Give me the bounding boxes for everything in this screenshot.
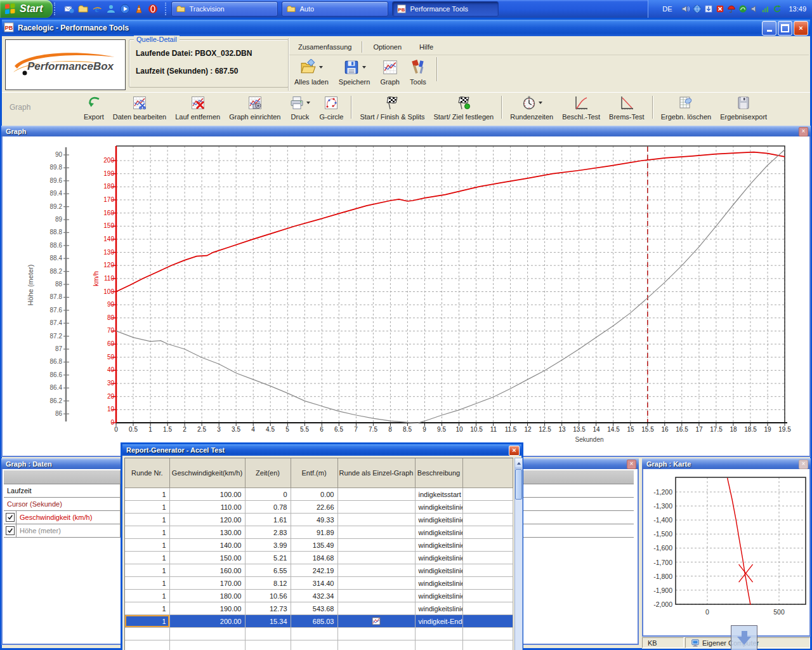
task-button[interactable]: Auto xyxy=(282,1,388,17)
start-ziel-festlegen-button[interactable]: Start/ Ziel festlegen xyxy=(429,94,498,121)
scrollbar-thumb[interactable] xyxy=(515,469,522,500)
graph-plot-area[interactable]: Höhe (meter) km/h Sekunden 8686.286.486.… xyxy=(1,136,811,457)
report-row[interactable]: 1170.008.12314.40windigkeitslinie xyxy=(125,577,513,590)
opera-icon[interactable] xyxy=(148,4,158,14)
internet-explorer-icon[interactable]: e xyxy=(92,4,102,14)
chevron-down-icon[interactable] xyxy=(362,66,366,69)
report-column-header[interactable] xyxy=(462,458,513,488)
report-row[interactable]: 1120.001.6149.33windigkeitslinie xyxy=(125,514,513,526)
signal-icon[interactable] xyxy=(761,4,770,13)
daten-panel-close-icon[interactable]: × xyxy=(627,460,636,469)
report-row[interactable]: 1190.0012.73543.68windigkeitslinie xyxy=(125,602,513,615)
report-row[interactable]: 1150.005.21184.68windigkeitslinie xyxy=(125,552,513,564)
report-column-header[interactable]: Geschwindigkeit(km/h) xyxy=(169,458,245,488)
report-column-header[interactable]: Runde Nr. xyxy=(125,458,169,488)
report-row[interactable]: 1200.0015.34685.03vindigkeit-Ende xyxy=(125,615,513,628)
map-y-tick-label: -1,400 xyxy=(645,516,672,524)
scrollbar-up-icon[interactable] xyxy=(515,458,522,468)
minimize-button[interactable] xyxy=(762,21,776,36)
menu-item-hilfe[interactable]: Hilfe xyxy=(410,41,442,53)
chevron-down-icon[interactable] xyxy=(306,102,310,104)
current-file-label: Laufende Datei: PBOX_032.DBN xyxy=(136,49,252,58)
network-globe-icon[interactable] xyxy=(693,4,702,13)
speed-tick-label: 150 xyxy=(93,222,114,230)
speichern-button[interactable]: Speichern xyxy=(334,57,376,87)
menu-item-zusamenfassung[interactable]: Zusamenfassung xyxy=(289,41,360,53)
folder-icon[interactable] xyxy=(78,4,88,14)
volume-icon[interactable] xyxy=(681,4,690,13)
report-column-header[interactable]: Runde als Einzel-Graph xyxy=(337,458,415,488)
graph-button[interactable]: Graph xyxy=(375,57,405,87)
einzel-graph-icon[interactable] xyxy=(372,617,381,626)
altitude-tick-label: 86.8 xyxy=(37,358,62,366)
tools-button[interactable]: Tools xyxy=(405,57,431,87)
report-dialog-titlebar[interactable]: Report-Generator - Accel Test × xyxy=(122,444,521,456)
speaker-icon[interactable] xyxy=(750,4,759,13)
druck-button[interactable]: Druck xyxy=(285,94,315,121)
brems-test-button[interactable]: Brems-Test xyxy=(605,94,649,121)
altitude-tick-label: 87.4 xyxy=(37,319,62,327)
language-indicator[interactable]: DE xyxy=(656,5,678,13)
map-x-tick-label: 0 xyxy=(698,608,717,616)
scheduler-icon[interactable] xyxy=(773,4,782,13)
speed-tick-label: 20 xyxy=(93,393,114,401)
vlc-icon[interactable] xyxy=(134,4,144,14)
report-dialog-close-icon[interactable]: × xyxy=(509,446,520,456)
maximize-button[interactable] xyxy=(778,21,792,36)
report-table[interactable]: Runde Nr.Geschwindigkeit(km/h)Zeit(en)En… xyxy=(125,458,513,650)
speed-tick-label: 110 xyxy=(93,275,114,282)
report-row[interactable]: 1180.0010.56432.34windigkeitslinie xyxy=(125,590,513,602)
ergebnisexport-button[interactable]: Ergebnisexport xyxy=(716,94,771,121)
offline-icon[interactable] xyxy=(716,4,724,13)
ergebn-l-schen-button[interactable]: Ergebn. löschen xyxy=(657,94,716,121)
report-column-header[interactable]: Entf.(m) xyxy=(291,458,337,488)
chevron-down-icon[interactable] xyxy=(539,102,542,104)
media-player-icon[interactable] xyxy=(120,4,130,14)
rundenzeiten-button[interactable]: Rundenzeiten xyxy=(506,94,558,121)
report-column-header[interactable]: Beschreibung xyxy=(415,458,462,488)
speed-tick-label: 140 xyxy=(93,235,114,243)
report-column-header[interactable]: Zeit(en) xyxy=(245,458,291,488)
beschl-test-button[interactable]: Beschl.-Test xyxy=(558,94,605,121)
report-row[interactable]: 1110.000.7822.66windigkeitslinie xyxy=(125,501,513,514)
lauf-entfernen-button[interactable]: Lauf entfernen xyxy=(171,94,225,121)
messenger-icon[interactable] xyxy=(106,4,116,14)
start-button[interactable]: Start xyxy=(0,0,53,18)
update-icon[interactable] xyxy=(704,4,713,13)
g-circle-button[interactable]: G-circle xyxy=(315,94,348,121)
report-scrollbar[interactable] xyxy=(514,458,523,650)
antivirus-umbrella-icon[interactable] xyxy=(727,4,736,13)
report-row[interactable]: 1160.006.55242.19windigkeitslinie xyxy=(125,564,513,577)
start-label: Start xyxy=(20,3,43,15)
karte-panel-close-icon[interactable]: × xyxy=(799,460,808,469)
time-tick-label: 19.5 xyxy=(775,426,795,434)
start-finish-splits-button[interactable]: Start / Finish & Splits xyxy=(355,94,429,121)
scroll-down-overlay-button[interactable] xyxy=(731,625,757,650)
daten-bearbeiten-button[interactable]: Daten bearbeiten xyxy=(108,94,171,121)
report-row[interactable]: 1100.0000.00indigkeitsstart xyxy=(125,488,513,501)
close-button[interactable]: × xyxy=(794,21,808,36)
windows-flag-icon xyxy=(4,3,16,15)
map-y-tick-label: -2,000 xyxy=(645,600,672,608)
graph-panel-header[interactable]: Graph × xyxy=(1,126,811,136)
menu-item-optionen[interactable]: Optionen xyxy=(364,41,410,53)
graph-einrichten-button[interactable]: Graph einrichten xyxy=(225,94,285,121)
graph-panel-close-icon[interactable]: × xyxy=(799,127,808,136)
window-titlebar[interactable]: PB Racelogic - Performance Tools × xyxy=(2,20,810,36)
task-button[interactable]: PB Performance Tools xyxy=(392,1,499,17)
chevron-down-icon[interactable] xyxy=(319,66,323,69)
export-button[interactable]: Export xyxy=(79,94,108,121)
outlook-express-icon[interactable] xyxy=(64,4,74,14)
karte-map-area[interactable]: -1,200-1,300-1,400-1,500-1,600-1,700-1,8… xyxy=(642,469,811,637)
altitude-tick-label: 88.8 xyxy=(37,229,62,236)
report-row[interactable]: 1140.003.99135.49windigkeitslinie xyxy=(125,539,513,552)
series-checkbox[interactable] xyxy=(4,511,16,524)
report-row[interactable]: 1130.002.8391.89windigkeitslinie xyxy=(125,526,513,539)
menu-bar: ZusamenfassungOptionenHilfe xyxy=(289,39,809,55)
graphics-icon[interactable] xyxy=(738,4,747,13)
report-dialog-title: Report-Generator - Accel Test xyxy=(126,446,225,454)
alles-laden-button[interactable]: Alles laden xyxy=(289,57,334,87)
task-button[interactable]: Trackvision xyxy=(171,1,278,17)
series-checkbox[interactable] xyxy=(4,524,16,537)
karte-panel-header[interactable]: Graph : Karte × xyxy=(642,458,811,469)
